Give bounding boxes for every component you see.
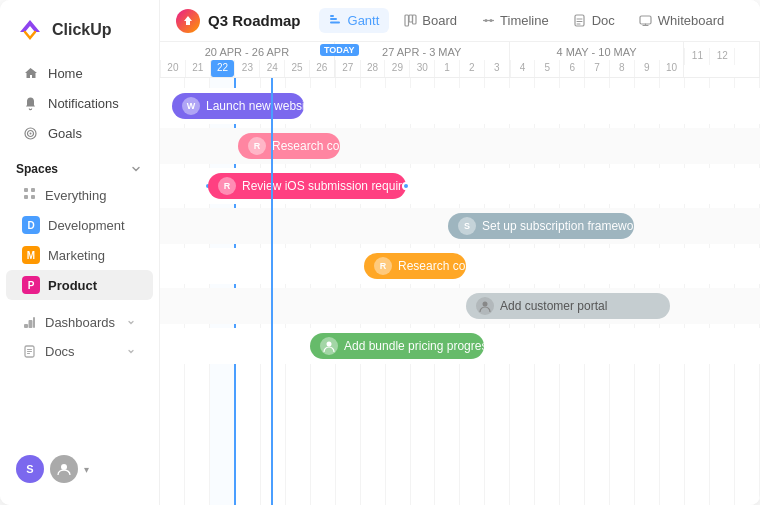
sidebar-item-marketing[interactable]: M Marketing — [6, 240, 153, 270]
sidebar-item-notifications[interactable]: Notifications — [6, 88, 153, 118]
spaces-chevron-icon[interactable] — [129, 162, 143, 176]
gantt-icon — [329, 14, 343, 28]
gantt-row-2: R Research competitors — [160, 128, 760, 164]
bar-label-2: Research competitors — [272, 139, 340, 153]
svg-rect-3 — [24, 188, 28, 192]
svg-rect-9 — [33, 317, 35, 328]
avatar-chevron-icon[interactable]: ▾ — [84, 464, 89, 475]
svg-rect-7 — [24, 324, 28, 328]
gantt-bars: W Launch new website R Research competit… — [160, 78, 760, 505]
target-icon — [22, 125, 38, 141]
main-header: Q3 Roadmap Gantt — [160, 0, 760, 42]
sidebar-item-product[interactable]: P Product — [6, 270, 153, 300]
day-9: 9 — [634, 60, 659, 77]
day-8: 8 — [609, 60, 634, 77]
gantt-bar-subscription[interactable]: S Set up subscription framework — [448, 213, 634, 239]
svg-rect-13 — [330, 22, 340, 24]
user-avatar-2[interactable] — [50, 455, 78, 483]
bar-avatar-5: R — [374, 257, 392, 275]
day-23: 23 — [234, 60, 259, 77]
doc-label: Doc — [592, 13, 615, 28]
date-group-1: 20 APR - 26 APR 20 21 22 23 24 25 26 — [160, 42, 335, 77]
svg-point-20 — [489, 19, 492, 22]
gantt-bar-research-competitors-1[interactable]: R Research competitors — [238, 133, 340, 159]
sidebar-item-everything[interactable]: Everything — [6, 180, 153, 210]
day-30: 30 — [409, 60, 434, 77]
bar-avatar-7 — [320, 337, 338, 355]
gantt-container: TODAY 20 APR - 26 APR 20 21 22 23 24 25 … — [160, 42, 760, 505]
everything-icon — [22, 186, 37, 204]
docs-label: Docs — [45, 344, 75, 359]
gantt-bar-research-competitors-2[interactable]: R Research competitors — [364, 253, 466, 279]
user-avatar-1[interactable]: S — [16, 455, 44, 483]
week1-header: 20 APR - 26 APR — [160, 42, 334, 60]
sidebar-item-dashboards[interactable]: Dashboards — [6, 308, 153, 337]
tab-doc[interactable]: Doc — [563, 8, 625, 33]
today-line — [271, 78, 273, 505]
bar-label-7: Add bundle pricing progress bar — [344, 339, 484, 353]
gantt-row-4: S Set up subscription framework — [160, 208, 760, 244]
date-group-4: 11 12 — [684, 42, 760, 77]
day-4: 4 — [510, 60, 535, 77]
gantt-row-7: Add bundle pricing progress bar — [160, 328, 760, 364]
sidebar-item-home[interactable]: Home — [6, 58, 153, 88]
bar-avatar-4: S — [458, 217, 476, 235]
dep-dot-right — [402, 182, 410, 190]
day-29: 29 — [384, 60, 409, 77]
tab-board[interactable]: Board — [393, 8, 467, 33]
development-dot: D — [22, 216, 40, 234]
bar-avatar-3: R — [218, 177, 236, 195]
day-extra — [734, 48, 759, 65]
tab-timeline[interactable]: Timeline — [471, 8, 559, 33]
day-7: 7 — [584, 60, 609, 77]
gantt-bar-bundle-pricing[interactable]: Add bundle pricing progress bar — [310, 333, 484, 359]
svg-point-24 — [327, 342, 332, 347]
tab-gantt[interactable]: Gantt — [319, 8, 390, 33]
bar-label-4: Set up subscription framework — [482, 219, 634, 233]
gantt-bar-customer-portal[interactable]: Add customer portal — [466, 293, 670, 319]
week2-days: 27 28 29 30 1 2 3 — [335, 60, 509, 77]
day-20: 20 — [160, 60, 185, 77]
bar-label-1: Launch new website — [206, 99, 304, 113]
spaces-title: Spaces — [16, 162, 58, 176]
gantt-row-5: R Research competitors — [160, 248, 760, 284]
docs-icon — [22, 344, 37, 359]
everything-label: Everything — [45, 188, 106, 203]
bar-label-3: Review iOS submission requirements — [242, 179, 406, 193]
whiteboard-icon — [639, 14, 653, 28]
logo: ClickUp — [0, 12, 159, 58]
docs-chevron-icon — [125, 346, 137, 358]
today-label: TODAY — [320, 44, 359, 56]
week3-header: 4 MAY - 10 MAY — [510, 42, 684, 60]
sidebar-item-goals[interactable]: Goals — [6, 118, 153, 148]
gantt-row-1: W Launch new website — [160, 88, 760, 124]
bar-label-6: Add customer portal — [500, 299, 607, 313]
gantt-bar-review-ios[interactable]: R Review iOS submission requirements — [208, 173, 406, 199]
day-2: 2 — [459, 60, 484, 77]
sidebar-item-development[interactable]: D Development — [6, 210, 153, 240]
day-22: 22 — [210, 60, 235, 77]
notifications-label: Notifications — [48, 96, 119, 111]
svg-point-11 — [61, 464, 67, 470]
day-12: 12 — [709, 48, 734, 65]
day-5: 5 — [534, 60, 559, 77]
main-content: Q3 Roadmap Gantt — [160, 0, 760, 505]
sidebar-item-docs[interactable]: Docs — [6, 337, 153, 366]
sidebar-bottom: S ▾ — [0, 445, 159, 493]
dashboards-icon — [22, 315, 37, 330]
tab-whiteboard[interactable]: Whiteboard — [629, 8, 734, 33]
gantt-date-headers: TODAY 20 APR - 26 APR 20 21 22 23 24 25 … — [160, 42, 760, 78]
dashboards-label: Dashboards — [45, 315, 115, 330]
timeline-label: Timeline — [500, 13, 549, 28]
svg-rect-14 — [330, 15, 334, 17]
gantt-row-3: R Review iOS submission requirements — [160, 168, 760, 204]
gantt-bar-launch-website[interactable]: W Launch new website — [172, 93, 304, 119]
svg-rect-8 — [29, 320, 33, 328]
day-10: 10 — [659, 60, 684, 77]
board-label: Board — [422, 13, 457, 28]
day-24: 24 — [259, 60, 284, 77]
svg-rect-5 — [24, 195, 28, 199]
svg-point-23 — [483, 302, 488, 307]
day-28: 28 — [360, 60, 385, 77]
goals-label: Goals — [48, 126, 82, 141]
